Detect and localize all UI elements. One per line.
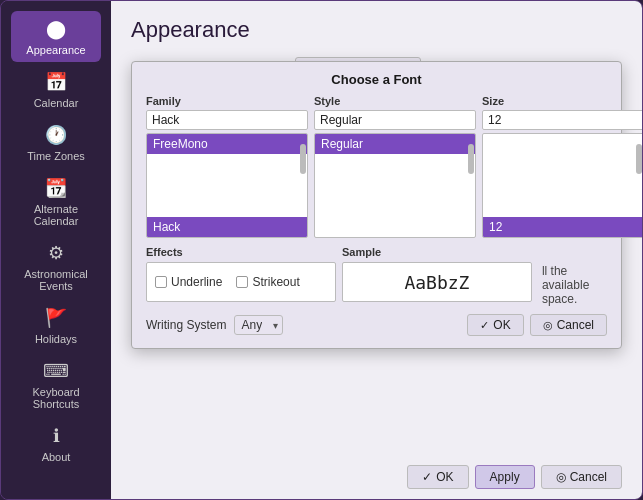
cancel-circle: ◎ <box>543 319 553 332</box>
size-list[interactable]: 12 <box>482 133 643 238</box>
timezones-icon: 🕐 <box>44 123 68 147</box>
sidebar-item-holidays[interactable]: 🚩 Holidays <box>11 300 101 351</box>
size-header: Size <box>482 95 643 107</box>
sidebar-item-calendar[interactable]: 📅 Calendar <box>11 64 101 115</box>
list-item-hack[interactable]: Hack <box>147 217 307 237</box>
writing-select-wrap: Any <box>234 315 283 335</box>
strikeout-checkbox[interactable] <box>236 276 248 288</box>
sidebar-item-about-label: About <box>42 451 71 463</box>
sidebar-item-timezones[interactable]: 🕐 Time Zones <box>11 117 101 168</box>
sidebar: ⬤ Appearance 📅 Calendar 🕐 Time Zones 📆 A… <box>1 1 111 499</box>
writing-system-select[interactable]: Any <box>234 315 283 335</box>
style-list[interactable]: Regular <box>314 133 476 238</box>
underline-label: Underline <box>171 275 222 289</box>
list-item[interactable] <box>147 154 307 174</box>
holidays-icon: 🚩 <box>44 306 68 330</box>
list-item-regular[interactable]: Regular <box>315 134 475 154</box>
dialog-cancel-button[interactable]: ◎ Cancel <box>530 314 607 336</box>
dialog-ok-button[interactable]: ✓ OK <box>467 314 523 336</box>
dialog-cancel-label: Cancel <box>557 318 594 332</box>
ok-checkmark-icon: ✓ <box>422 470 432 484</box>
list-item[interactable]: FreeMono <box>147 134 307 154</box>
writing-left: Writing System Any <box>146 315 283 335</box>
sample-box: AaBbzZ <box>342 262 532 302</box>
sample-text: AaBbzZ <box>404 272 469 293</box>
font-dialog: Choose a Font Family FreeMono Hack <box>131 61 622 349</box>
sample-header: Sample <box>342 246 532 258</box>
bottom-bar: ✓ OK Apply ◎ Cancel <box>131 457 622 489</box>
size-scrollbar-thumb <box>636 144 642 174</box>
size-column: Size 12 <box>482 95 643 238</box>
dialog-ok-label: OK <box>493 318 510 332</box>
strikeout-check[interactable]: Strikeout <box>236 275 299 289</box>
size-input[interactable] <box>482 110 643 130</box>
dialog-buttons: ✓ OK ◎ Cancel <box>467 314 607 336</box>
sidebar-item-about[interactable]: ℹ About <box>11 418 101 469</box>
keyboard-icon: ⌨ <box>44 359 68 383</box>
calendar-icon: 📅 <box>44 70 68 94</box>
scrollbar-thumb <box>300 144 306 174</box>
style-header: Style <box>314 95 476 107</box>
list-item-12[interactable]: 12 <box>483 217 643 237</box>
sidebar-item-alternate-calendar[interactable]: 📆 Alternate Calendar <box>11 170 101 233</box>
sidebar-item-keyboard[interactable]: ⌨ Keyboard Shortcuts <box>11 353 101 416</box>
cancel-circle-icon: ◎ <box>556 470 566 484</box>
sidebar-item-alternate-calendar-label: Alternate Calendar <box>15 203 97 227</box>
style-column: Style Regular <box>314 95 476 238</box>
astronomical-icon: ⚙ <box>44 241 68 265</box>
family-column: Family FreeMono Hack <box>146 95 308 238</box>
list-item[interactable] <box>147 174 307 194</box>
apply-button[interactable]: Apply <box>475 465 535 489</box>
style-input[interactable] <box>314 110 476 130</box>
alternate-calendar-icon: 📆 <box>44 176 68 200</box>
apply-label: Apply <box>490 470 520 484</box>
family-input[interactable] <box>146 110 308 130</box>
sidebar-item-timezones-label: Time Zones <box>27 150 85 162</box>
strikeout-label: Strikeout <box>252 275 299 289</box>
main-content: Appearance Information: ✓ Show date Alwa… <box>111 1 642 499</box>
underline-checkbox[interactable] <box>155 276 167 288</box>
sidebar-item-astronomical-label: Astronomical Events <box>15 268 97 292</box>
sidebar-item-keyboard-label: Keyboard Shortcuts <box>15 386 97 410</box>
appearance-icon: ⬤ <box>44 17 68 41</box>
sidebar-item-holidays-label: Holidays <box>35 333 77 345</box>
effects-sample-row: Effects Underline Strikeout Sample <box>146 246 607 306</box>
effects-header: Effects <box>146 246 336 258</box>
sidebar-item-appearance[interactable]: ⬤ Appearance <box>11 11 101 62</box>
ok-button[interactable]: ✓ OK <box>407 465 468 489</box>
style-scrollbar-thumb <box>468 144 474 174</box>
ok-label: OK <box>436 470 453 484</box>
effects-box: Underline Strikeout <box>146 262 336 302</box>
writing-system-row: Writing System Any ✓ OK ◎ Cancel <box>146 314 607 336</box>
page-title: Appearance <box>131 17 622 43</box>
sidebar-item-appearance-label: Appearance <box>26 44 85 56</box>
fill-space-text: ll the available space. <box>538 264 607 306</box>
sample-section: Sample AaBbzZ <box>342 246 532 306</box>
cancel-button[interactable]: ◎ Cancel <box>541 465 622 489</box>
underline-check[interactable]: Underline <box>155 275 222 289</box>
family-list[interactable]: FreeMono Hack <box>146 133 308 238</box>
writing-system-label: Writing System <box>146 318 226 332</box>
dialog-title: Choose a Font <box>146 72 607 87</box>
ok-checkmark: ✓ <box>480 319 489 332</box>
sidebar-item-calendar-label: Calendar <box>34 97 79 109</box>
sidebar-item-astronomical[interactable]: ⚙ Astronomical Events <box>11 235 101 298</box>
cancel-label: Cancel <box>570 470 607 484</box>
app-container: ⬤ Appearance 📅 Calendar 🕐 Time Zones 📆 A… <box>0 0 643 500</box>
family-header: Family <box>146 95 308 107</box>
font-columns: Family FreeMono Hack Style Regul <box>146 95 607 238</box>
about-icon: ℹ <box>44 424 68 448</box>
effects-section: Effects Underline Strikeout <box>146 246 336 306</box>
